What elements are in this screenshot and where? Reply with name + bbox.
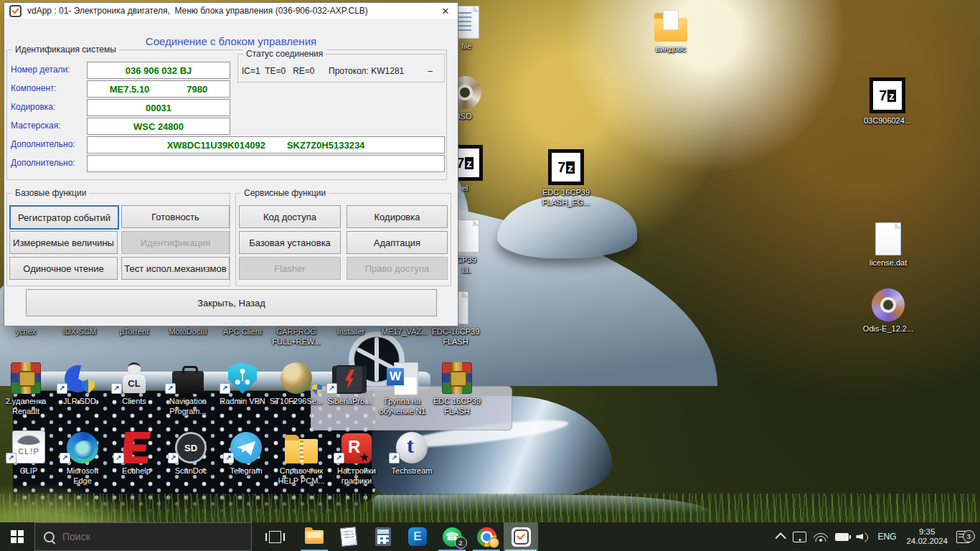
desktop-icon-siberiapro[interactable]: SiberiaPro...: [322, 359, 377, 406]
language-indicator[interactable]: ENG: [872, 522, 901, 551]
button-flasher: Flasher: [239, 257, 341, 280]
taskbar-search[interactable]: [34, 522, 252, 551]
button-event-recorder[interactable]: Регистратор событий: [9, 205, 119, 230]
button-access-code[interactable]: Код доступа: [239, 205, 341, 228]
dialog-title: vdApp : 01- Электроника двигателя, Меню …: [27, 6, 368, 16]
folder-icon: [285, 439, 318, 463]
blue-e-app-icon: E: [408, 527, 427, 546]
desktop-icon-gruppa-obuchenie[interactable]: Группа наобучение N1: [375, 359, 430, 416]
desktop-icon-clients[interactable]: Clients: [107, 359, 161, 406]
scandoc-icon: [175, 432, 207, 463]
extra1-field[interactable]: XW8DC11U39K014092SKZ7Z0H5133234: [87, 136, 445, 154]
taskbar-vdapp-active[interactable]: [504, 522, 538, 551]
tray-volume-button[interactable]: [852, 522, 872, 551]
desktop-icon-spravochnik-help-pcm[interactable]: СправочникHELP PCM...: [274, 429, 329, 486]
taskbar-chrome[interactable]: [469, 522, 504, 551]
vdapp-taskbar-icon: [512, 527, 531, 547]
desktop-icon-techstream[interactable]: Techstream: [385, 429, 439, 476]
status-dash: –: [428, 66, 433, 76]
vdapp-logo-icon: [9, 5, 22, 17]
chevron-up-icon: [776, 532, 787, 544]
wifi-icon: [814, 532, 828, 542]
taskbar-calculator[interactable]: [366, 522, 400, 551]
techstream-icon: [396, 432, 428, 463]
desktop-icon-edc-16cp39-flash-eg[interactable]: 7z EDC 16CP39FLASH_EG...: [539, 151, 593, 207]
button-single-read[interactable]: Одиночное чтение: [9, 257, 118, 280]
button-readiness[interactable]: Готовность: [121, 205, 230, 228]
coding-field[interactable]: 00031: [87, 99, 230, 116]
status-protocol: Протокол: KW1281: [329, 66, 404, 76]
desktop-icon-scandoc[interactable]: ScanDoc: [164, 429, 218, 476]
close-icon[interactable]: ✕: [433, 3, 458, 19]
button-measured-values[interactable]: Измеряемые величины: [9, 231, 118, 254]
calculator-icon: [375, 527, 391, 546]
speaker-icon: [856, 532, 869, 542]
desktop-icon-microsoft-edge[interactable]: MicrosoftEdge: [55, 429, 110, 486]
task-view-button[interactable]: [258, 522, 292, 551]
tray-battery-button[interactable]: [831, 522, 852, 551]
tray-chevron-button[interactable]: [774, 522, 789, 551]
taskbar-whatsapp[interactable]: ☎ 2: [435, 522, 469, 551]
rockstar-icon: [341, 433, 372, 463]
button-basic-setting[interactable]: Базовая установка: [239, 231, 341, 254]
desktop-icon-edc-16cp39-flash-rar[interactable]: EDC 16CP39FLASH: [430, 359, 484, 416]
whatsapp-icon: ☎ 2: [443, 527, 462, 547]
taskbar-blue-e-app[interactable]: E: [400, 522, 435, 551]
desktop-icon-ecuhelp[interactable]: Ecuhelp: [109, 429, 164, 476]
basic-group-label: Базовые функции: [12, 188, 89, 198]
taskbar: E ☎ 2 ENG 9:35 24.02.20: [0, 522, 980, 551]
desktop-icon-odis-e[interactable]: Odis-E_12.2...: [861, 287, 915, 334]
extra2-field[interactable]: [87, 155, 445, 172]
desktop-icon-vindovs[interactable]: виндовс: [644, 7, 698, 54]
notepad-icon: [340, 527, 358, 547]
dialog-titlebar[interactable]: vdApp : 01- Электроника двигателя, Меню …: [4, 3, 458, 19]
part-number-field[interactable]: 036 906 032 BJ: [87, 62, 230, 79]
briefcase-icon: [172, 371, 204, 394]
desktop-icon-jlr-sdd[interactable]: JLR SDD: [52, 359, 107, 406]
button-adaptation[interactable]: Адаптация: [347, 231, 448, 254]
field-label-part-number: Номер детали:: [11, 65, 70, 75]
installer-icon: [281, 362, 312, 394]
tray-wifi-button[interactable]: [810, 522, 831, 551]
notification-icon: 3: [956, 531, 970, 543]
system-tray: ENG 9:35 24.02.2024 3: [774, 522, 980, 551]
desktop-icon-license-dat[interactable]: license.dat: [861, 221, 915, 268]
screen: file виндовс ISO 7z 03C906024... 7z el 7…: [0, 0, 980, 551]
desktop-icon-clip[interactable]: CLIP: [1, 429, 56, 476]
7zip-icon: 7z: [870, 77, 905, 113]
service-group-label: Сервисные функции: [241, 188, 329, 198]
disc-icon: [872, 288, 905, 321]
edge-icon: [67, 432, 98, 463]
button-access-rights: Право доступа: [347, 257, 448, 280]
tray-display-button[interactable]: [789, 522, 810, 551]
button-identification: Идентификация: [121, 231, 230, 254]
field-label-coding: Кодировка:: [11, 102, 55, 112]
workshop-field[interactable]: WSC 24800: [87, 118, 230, 135]
desktop-icon-radmin-vpn[interactable]: Radmin VPN: [215, 359, 270, 406]
desktop-icon-telegram[interactable]: Telegram: [219, 429, 273, 476]
desktop-icon-navigation-program[interactable]: NavigationProgram...: [161, 359, 215, 416]
clock-date: 24.02.2024: [906, 537, 948, 546]
taskbar-notepad[interactable]: [331, 522, 366, 551]
desktop-icon-03c906024[interactable]: 7z 03C906024...: [860, 79, 915, 126]
ecuhelp-icon: [122, 432, 151, 463]
chip-icon: [335, 365, 364, 394]
status-group-label: Статус соединения: [243, 49, 326, 59]
taskbar-clock[interactable]: 9:35 24.02.2024: [901, 522, 953, 551]
action-center-button[interactable]: 3: [953, 522, 980, 551]
start-button[interactable]: [0, 522, 34, 551]
taskbar-file-explorer[interactable]: [297, 522, 331, 551]
chrome-avatar: [489, 537, 499, 548]
desktop-icon-udalenka-renault[interactable]: 2.удаленкаRenault: [0, 359, 53, 416]
desktop-icon-st10f296[interactable]: ST10F296Se...: [269, 359, 324, 406]
word-document-icon: [387, 362, 418, 394]
search-input[interactable]: [61, 530, 222, 543]
notification-badge: 3: [963, 530, 975, 542]
button-coding[interactable]: Кодировка: [347, 205, 448, 228]
button-actuator-test[interactable]: Тест испол.механизмов: [121, 257, 230, 280]
button-close-back[interactable]: Закрыть, Назад: [26, 289, 437, 316]
field-label-component: Компонент:: [11, 83, 57, 93]
desktop-icon-nastroyki-grafiki[interactable]: Настройкиграфики: [329, 429, 384, 486]
component-field[interactable]: ME7.5.107980: [87, 80, 230, 98]
windows-logo-icon: [11, 530, 24, 543]
